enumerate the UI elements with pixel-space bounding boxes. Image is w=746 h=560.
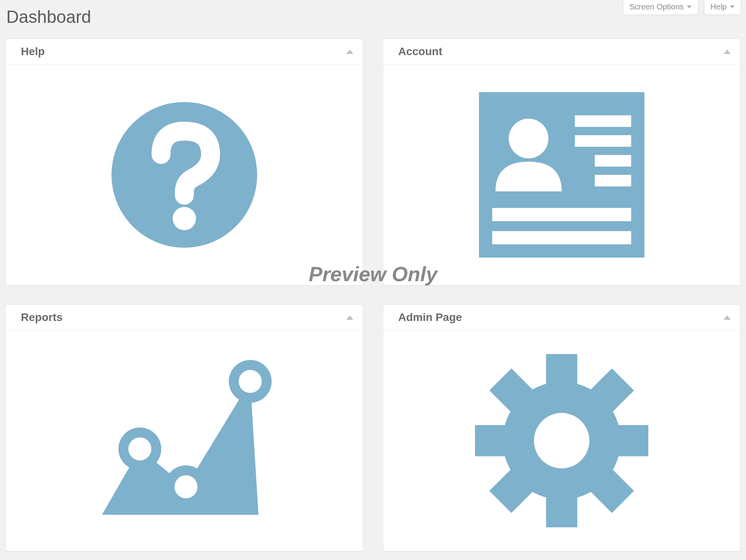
chevron-down-icon (730, 6, 735, 8)
chevron-up-icon (346, 315, 353, 320)
widget-reports-title: Reports (21, 311, 63, 324)
widget-admin-title: Admin Page (398, 311, 462, 324)
widget-reports-header[interactable]: Reports (6, 305, 363, 330)
widget-admin-body (383, 330, 740, 551)
svg-point-16 (239, 370, 262, 393)
widget-account-title: Account (398, 45, 442, 58)
svg-point-14 (174, 475, 198, 499)
widget-account-body (383, 65, 740, 285)
widgets-grid: Help Account (6, 39, 740, 551)
svg-rect-8 (492, 208, 631, 221)
help-label: Help (711, 2, 727, 11)
widget-account-header[interactable]: Account (383, 39, 740, 65)
widget-admin: Admin Page (383, 304, 740, 551)
chevron-up-icon (346, 50, 353, 54)
chevron-up-icon (724, 315, 731, 320)
widget-help-title: Help (21, 45, 45, 58)
svg-point-3 (509, 119, 549, 158)
screen-options-label: Screen Options (629, 2, 684, 11)
svg-rect-5 (575, 135, 631, 146)
svg-point-12 (128, 438, 152, 461)
svg-rect-7 (595, 175, 631, 186)
chevron-up-icon (724, 50, 731, 54)
widget-help-header[interactable]: Help (6, 39, 363, 65)
line-chart-icon (94, 358, 275, 523)
chevron-down-icon (687, 6, 692, 8)
page-title: Dashboard (6, 7, 91, 27)
svg-rect-6 (595, 155, 631, 167)
topbar: Screen Options Help (623, 0, 741, 15)
svg-point-1 (173, 207, 196, 230)
widget-account: Account (383, 39, 740, 286)
help-button[interactable]: Help (704, 0, 741, 15)
screen-options-button[interactable]: Screen Options (623, 0, 698, 15)
widget-help-body (6, 65, 363, 285)
widget-admin-header[interactable]: Admin Page (383, 305, 740, 330)
widget-reports-body (6, 330, 363, 551)
svg-rect-9 (492, 231, 631, 245)
widget-reports: Reports (6, 304, 363, 551)
gear-icon (475, 354, 648, 527)
question-circle-icon (111, 102, 257, 248)
svg-rect-4 (575, 115, 631, 127)
widget-help: Help (6, 39, 363, 286)
profile-card-icon (479, 92, 644, 258)
svg-point-26 (534, 413, 590, 469)
